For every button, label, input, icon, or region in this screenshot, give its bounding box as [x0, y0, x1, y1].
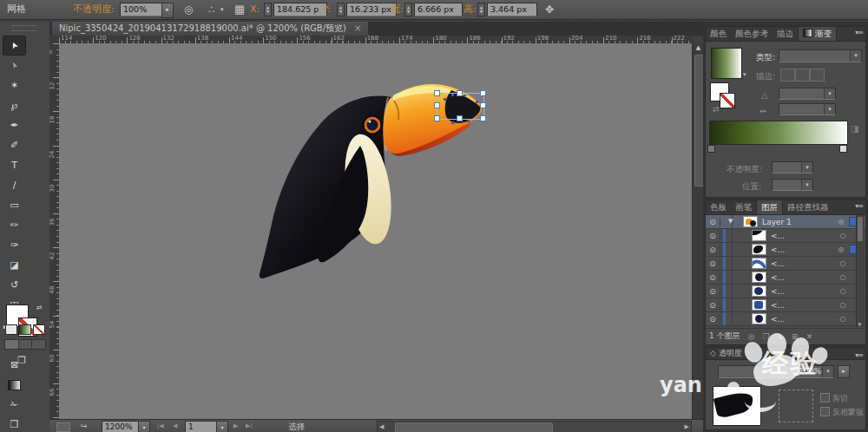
gradient-fill-swatch[interactable] [711, 48, 742, 79]
target-circle-icon[interactable]: ◎ [835, 245, 847, 253]
blend-opacity-dropdown[interactable]: 100% ▾ [718, 365, 834, 378]
gradient-type-dropdown[interactable]: ▾ [779, 49, 862, 62]
layer-label[interactable]: <... [771, 287, 785, 296]
dim-field-stepper[interactable]: ▲ ▼ [264, 3, 272, 16]
path-row[interactable]: ⊙<...○ [706, 285, 865, 298]
eraser-tool[interactable]: ◪ [3, 255, 26, 275]
direct-selection-tool[interactable]: ➢ [3, 56, 26, 75]
target-circle-icon[interactable]: ○ [837, 301, 849, 309]
layer-thumbnail-toucan[interactable] [743, 216, 758, 227]
anchor-point[interactable] [467, 120, 470, 122]
eyedropper-tool[interactable]: ✁ [3, 395, 26, 415]
panel-menu-icon[interactable]: ▾≡ [855, 202, 863, 210]
visibility-eye-icon[interactable]: ⊙ [706, 218, 720, 226]
layer-label[interactable]: Layer 1 [762, 218, 792, 226]
layer-thumbnail-blue-square[interactable] [752, 299, 766, 311]
visibility-eye-icon[interactable]: ⊙ [706, 259, 720, 268]
path-row[interactable]: ⊙<...◎ [706, 243, 865, 257]
selection-handle[interactable] [480, 115, 486, 121]
opacity-field[interactable]: 100% [120, 3, 163, 16]
gradient-aspect-dropdown[interactable]: ▾ [779, 103, 836, 115]
gradient-tab-颜色[interactable]: 颜色 [706, 27, 731, 41]
fill-mode-color-button[interactable] [5, 324, 17, 335]
gradient-angle-dropdown[interactable]: ▾ [779, 88, 836, 100]
layers-scrollbar[interactable]: ▼ [856, 215, 865, 327]
screen-mode-icon[interactable]: ❐ [17, 355, 26, 366]
previous-artboard-icon[interactable]: ◀ [173, 420, 177, 432]
gradient-slider[interactable] [709, 121, 848, 145]
target-circle-icon[interactable]: ○ [837, 259, 849, 267]
selection-handle[interactable] [434, 115, 440, 121]
visibility-eye-icon[interactable]: ⊙ [706, 232, 720, 240]
gradient-stroke-proxy[interactable] [720, 93, 735, 108]
layer-expander-icon[interactable]: ▼ [728, 218, 733, 225]
gradient-tool[interactable] [3, 375, 26, 395]
layer-thumbnail-navy-circle[interactable] [752, 285, 766, 297]
blob-brush-tool[interactable]: ✑ [3, 235, 26, 255]
path-row[interactable]: ⊙<...○ [706, 271, 865, 285]
canvas[interactable] [59, 43, 692, 419]
artboard-number-field[interactable]: 1 [185, 421, 218, 432]
blend-tool[interactable]: ❒ [3, 415, 26, 432]
visibility-eye-icon[interactable]: ⊙ [706, 287, 720, 296]
layer-thumbnail-navy-dot[interactable] [752, 313, 766, 324]
line-segment-tool[interactable]: ∕ [3, 175, 26, 195]
anchor-point[interactable] [444, 98, 446, 101]
layer-thumbnail-dark-circle[interactable] [752, 272, 766, 283]
target-circle-icon[interactable]: ○ [837, 287, 849, 295]
layer-thumbnail-beak-tip[interactable] [752, 230, 766, 241]
layer-label[interactable]: <... [771, 259, 785, 268]
gradient-tab-描边[interactable]: 描边 [773, 27, 798, 41]
recolor-artwork-icon[interactable]: ∴ [208, 0, 215, 19]
recolor-dropdown-icon[interactable]: ▾ [220, 0, 224, 19]
draw-behind-button[interactable] [19, 339, 33, 350]
pencil-tool[interactable]: ✏ [3, 215, 26, 235]
visibility-eye-icon[interactable]: ⊙ [706, 273, 720, 282]
zoom-dropdown-button[interactable]: ▾ [138, 421, 150, 432]
paintbrush-tool[interactable]: ✐ [3, 135, 26, 155]
stroke-gradient-within-button[interactable] [780, 69, 795, 82]
selection-handle[interactable] [434, 102, 440, 108]
mask-slot[interactable] [779, 389, 813, 422]
layer-thumbnail-black-blob[interactable] [752, 244, 766, 255]
selection-handle[interactable] [457, 90, 463, 96]
target-circle-icon[interactable]: ◎ [835, 218, 847, 226]
horizontal-scrollbar[interactable]: ◀ ▶ [377, 421, 692, 432]
align-grid-icon[interactable]: ▦ [234, 0, 245, 19]
path-row[interactable]: ⊙<...○ [706, 257, 865, 271]
anchor-point[interactable] [464, 95, 466, 97]
visibility-eye-icon[interactable]: ⊙ [706, 245, 720, 254]
gradient-stop-right[interactable] [839, 145, 847, 153]
magic-wand-tool[interactable]: ✶ [3, 75, 26, 95]
last-artboard-icon[interactable]: ▶| [246, 420, 253, 432]
layers-tab-画笔[interactable]: 画笔 [731, 200, 756, 214]
layer-thumbnail-blue-curve[interactable] [752, 258, 766, 269]
layer-label[interactable]: <... [771, 301, 785, 310]
vertical-scrollbar[interactable]: ▲ [692, 43, 704, 419]
dim-field-value[interactable]: 184.625 p [273, 3, 327, 16]
rectangle-tool[interactable]: ▭ [3, 195, 26, 215]
dim-field-value[interactable]: 3.464 px [487, 3, 537, 16]
free-transform-icon[interactable]: ✥ [545, 0, 554, 19]
next-artboard-icon[interactable]: ▶ [233, 420, 238, 432]
pen-tool[interactable]: ✒ [3, 115, 26, 135]
gradient-annotator-icon[interactable]: ◨ [851, 124, 858, 134]
fill-mode-none-button[interactable] [33, 324, 45, 335]
zoom-level-field[interactable]: 1200% [102, 421, 140, 432]
transparency-panel-header[interactable]: ◇ 透明度 ▾≡ [706, 348, 865, 360]
type-tool[interactable]: T [3, 155, 26, 175]
visibility-eye-icon[interactable]: ⊙ [706, 301, 720, 310]
layer-label[interactable]: <... [771, 273, 785, 282]
tools-panel-grip[interactable] [12, 25, 36, 31]
dim-field-stepper[interactable]: ▲ ▼ [477, 3, 485, 16]
swap-fill-stroke-icon[interactable]: ⇄ [36, 304, 43, 311]
stroke-gradient-along-button[interactable] [795, 69, 810, 82]
toucan-artwork[interactable] [59, 43, 692, 419]
style-circle-icon[interactable]: ◎ [184, 0, 193, 19]
layers-tab-色板[interactable]: 色板 [706, 200, 731, 214]
opacity-label[interactable]: 不透明度: [73, 0, 115, 19]
target-circle-icon[interactable]: ○ [837, 232, 849, 239]
locate-object-icon[interactable]: ◎ [748, 332, 755, 341]
layer-row[interactable]: ⊙▼Layer 1◎ [706, 215, 865, 229]
layer-label[interactable]: <... [771, 232, 785, 240]
